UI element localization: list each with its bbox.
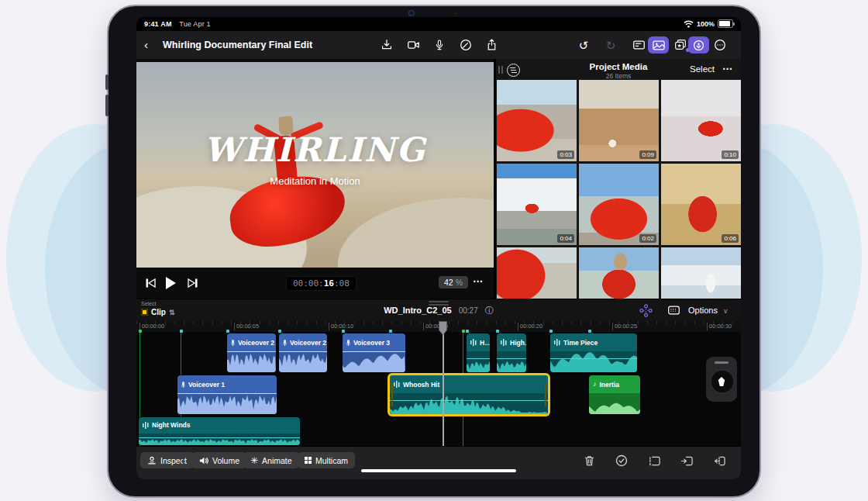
connect-marker (588, 330, 591, 333)
skip-to-end-button[interactable] (184, 275, 200, 291)
media-thumbnail[interactable] (579, 247, 659, 299)
media-thumbnail[interactable] (661, 247, 741, 299)
more-menu-button[interactable] (711, 37, 728, 53)
jog-drag-handle[interactable] (715, 361, 728, 364)
clip-label: H… (480, 339, 490, 347)
titles-card-icon (632, 38, 646, 52)
volume-down-button[interactable] (105, 95, 108, 116)
timeline-clip[interactable]: Voiceover 2 (279, 333, 327, 372)
share-icon (485, 38, 498, 52)
overwrite-icon (713, 455, 726, 467)
clip-label: Time Piece (563, 339, 598, 347)
insert-icon (680, 455, 694, 467)
undo-button[interactable]: ↺ (575, 37, 592, 53)
audio-waveform (390, 393, 548, 414)
timeline-clip[interactable]: ♪Inertia (589, 375, 640, 414)
clip-label: High… (510, 339, 526, 347)
bottom-toolbar: Inspect Volume ✳ Animate Multicam (136, 446, 741, 479)
effects-browser-button[interactable] (670, 36, 691, 54)
selected-clip-name: WD_Intro_C2_05 (384, 306, 451, 315)
viewer-zoom-control[interactable]: 42% (439, 276, 468, 289)
media-thumbnail[interactable] (497, 247, 577, 299)
clip-duration-badge: 0:03 (557, 150, 574, 159)
skip-to-start-button[interactable] (143, 275, 158, 291)
audio-wave-icon (394, 381, 400, 388)
media-thumbnail[interactable]: 0:02 (579, 164, 659, 245)
connect-marker (139, 330, 142, 333)
media-browser-button[interactable] (648, 36, 669, 54)
draw-tool-button[interactable] (457, 37, 474, 53)
audio-wave-icon (470, 339, 477, 346)
media-thumbnail[interactable]: 0:10 (661, 80, 741, 161)
status-time: 9:41 AM (144, 20, 172, 28)
status-bar: 9:41 AM Tue Apr 1 100% (136, 17, 741, 31)
media-thumbnail[interactable]: 0:03 (497, 80, 577, 161)
insert-edit-button[interactable] (679, 453, 694, 468)
ruler-tick: 00:00:25 (612, 323, 637, 330)
timeline-clip[interactable]: H… (467, 333, 490, 372)
timeline-clip[interactable]: Time Piece (550, 333, 637, 372)
toolbar-divider (183, 454, 184, 467)
audio-waveform (550, 351, 637, 372)
back-chevron-button[interactable]: ‹ (144, 38, 148, 51)
camera-icon (406, 38, 421, 52)
media-thumbnail[interactable]: 0:04 (497, 164, 577, 245)
video-viewer[interactable]: WHIRLING Meditation in Motion (136, 62, 494, 268)
timeline-clip-selected[interactable]: Whoosh Hit (390, 375, 548, 414)
options-button[interactable]: Options ∨ (688, 306, 728, 315)
timeline-clip[interactable]: High… (497, 333, 526, 372)
timeline-clip[interactable]: Voiceover 3 (343, 333, 405, 372)
timeline-tracks[interactable]: Voiceover 2 Voiceover 2 Voiceover 3 H… H… (136, 332, 741, 446)
audio-waveform (227, 351, 276, 372)
titles-browser-button[interactable] (630, 37, 647, 53)
overwrite-edit-button[interactable] (711, 453, 727, 468)
media-more-button[interactable]: ⋯ (722, 63, 733, 74)
timecode-display[interactable]: 00:00:16:08 (286, 276, 356, 291)
connect-marker (180, 330, 183, 333)
share-button[interactable] (483, 37, 500, 53)
import-media-button[interactable] (378, 37, 395, 53)
timecode-frames: :08 (334, 278, 350, 289)
trim-handle-right[interactable] (545, 383, 546, 406)
multicam-button[interactable]: Multicam (298, 452, 355, 468)
trim-handle-left[interactable] (391, 383, 393, 406)
append-edit-button[interactable] (646, 453, 662, 468)
timeline-drag-handle[interactable] (429, 301, 449, 302)
volume-button[interactable]: Volume (191, 452, 246, 468)
speaker-icon (198, 456, 208, 465)
jog-wheel-panel[interactable] (706, 357, 737, 402)
volume-up-button[interactable] (105, 74, 108, 90)
connect-marker (389, 330, 392, 333)
media-thumbnail[interactable]: 0:06 (661, 164, 741, 245)
animate-button[interactable]: ✳ Animate (243, 452, 299, 468)
delete-button[interactable] (581, 453, 597, 468)
record-video-button[interactable] (405, 37, 422, 53)
inspect-button[interactable]: Inspect (140, 452, 194, 468)
connect-marker (549, 330, 553, 333)
voiceover-panel-button[interactable] (688, 36, 709, 54)
connections-toggle-button[interactable] (639, 303, 653, 321)
clip-label: Voiceover 2 (238, 339, 274, 347)
mic-icon (283, 340, 287, 346)
connect-marker (466, 330, 469, 333)
approve-button[interactable] (614, 453, 629, 468)
select-button[interactable]: Select (690, 64, 715, 74)
timeline-clip[interactable]: Voiceover 1 (177, 375, 277, 414)
timeline-clip[interactable]: Voiceover 2 (227, 333, 276, 372)
play-icon (166, 277, 176, 289)
media-thumbnail[interactable]: 0:09 (579, 80, 659, 161)
battery-icon (718, 19, 733, 28)
viewer-more-button[interactable]: ⋯ (473, 275, 484, 287)
animate-label: Animate (262, 456, 292, 465)
playhead[interactable] (443, 321, 444, 446)
clip-duration-badge: 0:10 (722, 150, 739, 159)
clip-appearance-button[interactable] (666, 303, 681, 320)
home-indicator[interactable] (361, 469, 516, 472)
record-voiceover-button[interactable] (431, 37, 448, 53)
timeline-clip[interactable]: Night Winds (139, 417, 300, 445)
timeline-header-bar: Select Clip ⇅ WD_Intro_C2_05 00:27 ⓘ (136, 299, 741, 322)
info-icon[interactable]: ⓘ (485, 306, 494, 315)
redo-button[interactable]: ↻ (602, 37, 619, 53)
ambient-sensor (454, 12, 456, 15)
play-button[interactable] (163, 275, 178, 291)
